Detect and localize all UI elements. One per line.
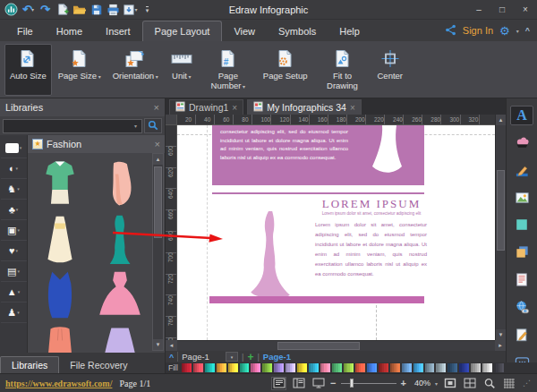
close-icon[interactable]: ×	[232, 103, 237, 113]
orientation-button[interactable]: Orientation ▾	[107, 44, 164, 96]
chevron-down-icon[interactable]: ▾	[226, 352, 238, 362]
fill-swatch-group[interactable]	[309, 363, 319, 372]
document-tab-my-infographics-34[interactable]: My Infographics 34×	[247, 99, 362, 115]
library-symbol-coral-pencil-skirt[interactable]	[30, 322, 90, 353]
search-input[interactable]	[6, 121, 134, 131]
library-category-triangles[interactable]: ▲▾	[1, 282, 27, 303]
fill-swatch-group[interactable]	[448, 363, 457, 372]
open-button[interactable]	[72, 2, 87, 18]
close-button[interactable]: ×	[514, 0, 537, 19]
fill-swatch-group[interactable]	[332, 363, 342, 372]
scroll-right-icon[interactable]: ▸	[495, 340, 506, 351]
fill-swatch[interactable]	[328, 363, 330, 372]
fill-swatch[interactable]	[317, 363, 319, 372]
expand-pages-icon[interactable]: ^	[169, 353, 174, 362]
notes-tool-button[interactable]	[510, 271, 533, 290]
library-search-field[interactable]: ▾	[3, 119, 142, 133]
fill-swatch[interactable]	[282, 363, 284, 372]
print-button[interactable]	[106, 2, 121, 18]
fill-swatch-group[interactable]	[240, 363, 250, 372]
search-button[interactable]	[144, 118, 162, 133]
page-selector[interactable]: Page-1 ▾	[177, 352, 238, 362]
infographic-subtitle[interactable]: Lorem ipsum dolor sit amet, consectetur …	[310, 211, 433, 216]
fill-swatch[interactable]	[502, 363, 504, 372]
fill-swatch-group[interactable]	[482, 363, 492, 372]
fill-swatch[interactable]	[340, 363, 342, 372]
search-history-caret[interactable]: ▾	[134, 123, 139, 129]
zoom-in-button[interactable]: +	[401, 378, 406, 388]
page-setup-button[interactable]: Page Setup	[258, 44, 313, 96]
fill-swatch-group[interactable]	[494, 363, 504, 372]
fill-swatch-group[interactable]	[182, 363, 192, 372]
fill-swatch[interactable]	[444, 363, 446, 372]
fill-swatch[interactable]	[294, 363, 295, 372]
library-category-camera[interactable]: ▣▾	[1, 220, 27, 241]
library-symbol-cream-gown[interactable]	[30, 211, 90, 267]
minimize-button[interactable]: –	[467, 0, 490, 19]
save-button[interactable]	[89, 2, 104, 18]
fill-swatch-group[interactable]	[228, 363, 238, 372]
fill-swatch[interactable]	[467, 363, 469, 372]
fill-swatch[interactable]	[397, 363, 399, 372]
scrollbar-thumb[interactable]	[154, 166, 162, 238]
sign-in-button[interactable]: Sign In	[463, 25, 493, 36]
maximize-button[interactable]: □	[490, 0, 514, 19]
fill-swatch-group[interactable]	[251, 363, 260, 372]
zoom-slider[interactable]	[341, 378, 396, 388]
fill-swatch-group[interactable]	[413, 363, 423, 372]
add-page-button[interactable]: +	[247, 351, 253, 363]
fill-swatch-group[interactable]	[274, 363, 284, 372]
fill-swatch[interactable]	[432, 363, 434, 372]
edrawsoft-link[interactable]: https://www.edrawsoft.com/	[5, 379, 112, 388]
presentation-view-button[interactable]	[311, 377, 326, 390]
gear-dropdown-caret[interactable]: ▾	[516, 28, 519, 34]
library-symbol-teal-mermaid-dress[interactable]	[90, 211, 151, 267]
fill-swatch-group[interactable]	[379, 363, 388, 372]
fill-swatch[interactable]	[305, 363, 307, 372]
fill-color-tool-button[interactable]	[510, 217, 533, 234]
fill-swatch-group[interactable]	[344, 363, 354, 372]
close-icon[interactable]: ×	[350, 103, 355, 113]
bottom-accent-bar[interactable]	[209, 296, 424, 303]
scroll-down-icon[interactable]: ▾	[153, 339, 163, 350]
clipart-tool-button[interactable]	[510, 134, 533, 153]
annotation-tool-button[interactable]	[510, 327, 533, 345]
library-symbol-lavender-skirt[interactable]	[90, 322, 151, 353]
fill-swatch[interactable]	[259, 363, 260, 372]
fill-swatch[interactable]	[421, 363, 422, 372]
layers-tool-button[interactable]	[510, 243, 533, 262]
infographic-body-text[interactable]: Lorem ipsum dolor sit amet, consectetur …	[315, 220, 427, 278]
white-dress-shape[interactable]	[360, 125, 419, 183]
page-tab-active[interactable]: Page-1	[263, 352, 291, 362]
fill-swatch-group[interactable]	[297, 363, 307, 372]
scroll-left-icon[interactable]: ◂	[166, 340, 177, 351]
menu-tab-file[interactable]: File	[5, 21, 45, 41]
close-icon[interactable]: ×	[155, 140, 160, 149]
menu-tab-symbols[interactable]: Symbols	[267, 21, 328, 41]
fill-swatch[interactable]	[201, 363, 203, 372]
fill-swatch[interactable]	[224, 363, 226, 372]
scroll-up-icon[interactable]: ▴	[496, 115, 506, 125]
fit-to-drawing-button[interactable]: Fit to Drawing	[314, 44, 371, 96]
fill-swatch[interactable]	[490, 363, 492, 372]
menu-tab-view[interactable]: View	[222, 21, 267, 41]
fill-swatch-group[interactable]	[402, 363, 412, 372]
fill-swatch-group[interactable]	[459, 363, 469, 372]
vertical-scrollbar[interactable]: ▴ ▾	[495, 115, 506, 340]
fill-swatch[interactable]	[352, 363, 354, 372]
resize-grip[interactable]: ⋰	[523, 379, 532, 388]
fill-swatch[interactable]	[270, 363, 272, 372]
infographic-title[interactable]: LOREM IPSUM	[310, 197, 433, 211]
zoom-slider-handle[interactable]	[350, 379, 354, 388]
zoom-out-button[interactable]: −	[330, 378, 336, 388]
zoom-dropdown-caret[interactable]: ▾	[435, 380, 438, 387]
fill-swatch-group[interactable]	[471, 363, 481, 372]
fill-swatch[interactable]	[190, 363, 192, 372]
fill-swatch[interactable]	[479, 363, 481, 372]
redo-button[interactable]: ↷	[38, 2, 53, 18]
drawing-page[interactable]: consectetur adipiscing elit, sed do eius…	[177, 125, 495, 340]
menu-tab-page-layout[interactable]: Page Layout	[142, 21, 223, 41]
share-icon[interactable]	[445, 24, 456, 38]
fill-swatch-group[interactable]	[217, 363, 226, 372]
normal-view-button[interactable]	[271, 377, 286, 390]
